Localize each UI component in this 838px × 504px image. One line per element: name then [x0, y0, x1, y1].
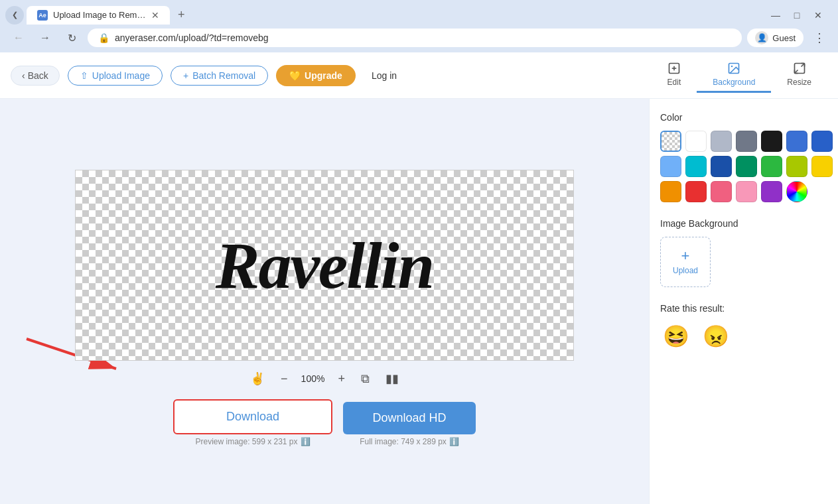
color-lightblue[interactable] [660, 156, 681, 177]
download-area: Download Preview image: 599 x 231 px ℹ️ [173, 399, 332, 446]
image-bg-label: Image Background [660, 218, 827, 229]
color-green[interactable] [761, 156, 782, 177]
color-red[interactable] [685, 181, 707, 202]
color-pink[interactable] [711, 181, 732, 202]
login-button[interactable]: Log in [364, 66, 405, 85]
zoom-in-btn[interactable]: + [335, 369, 348, 389]
batch-label: Batch Removal [192, 70, 255, 81]
profile-label: Guest [772, 33, 796, 43]
forward-nav-btn[interactable]: → [35, 27, 56, 48]
tab-bar: ❮ Ae Upload Image to Remove Bg ✕ + ― □ ✕ [0, 0, 838, 25]
angry-emoji-btn[interactable]: 😠 [700, 320, 732, 352]
download-button[interactable]: Download [173, 399, 332, 434]
tab-close-btn[interactable]: ✕ [151, 10, 159, 21]
upload-label: Upload Image [92, 70, 150, 81]
background-icon [727, 62, 740, 75]
window-controls: ― □ ✕ [766, 6, 833, 25]
batch-removal-button[interactable]: + Batch Removal [171, 66, 268, 86]
edit-icon [667, 62, 681, 75]
color-darkblue[interactable] [711, 156, 732, 177]
app-navbar: ‹ Back ⇧ Upload Image + Batch Removal 💛 … [0, 52, 838, 99]
color-blue[interactable] [786, 131, 807, 152]
color-lime[interactable] [786, 156, 807, 177]
resize-icon [793, 62, 806, 75]
rate-label: Rate this result: [660, 303, 827, 314]
download-label: Download [226, 410, 279, 423]
tab-favicon: Ae [37, 10, 48, 21]
background-label: Background [713, 78, 755, 87]
color-cyan[interactable] [685, 156, 707, 177]
tool-edit[interactable]: Edit [652, 58, 697, 93]
app-container: ‹ Back ⇧ Upload Image + Batch Removal 💛 … [0, 52, 838, 504]
heart-icon: 💛 [289, 70, 301, 81]
color-section: Color [660, 112, 827, 202]
color-rainbow[interactable] [786, 181, 807, 202]
zoom-out-btn[interactable]: − [278, 369, 291, 389]
canvas-toolbar: ✌ − 100% + ⧉ ▮▮ [247, 369, 401, 389]
tool-resize[interactable]: Resize [771, 58, 827, 93]
checkerboard-bg: Ravellin [76, 170, 573, 360]
browser-tab[interactable]: Ae Upload Image to Remove Bg ✕ [27, 6, 170, 25]
upload-bg-plus-icon: + [681, 249, 690, 263]
happy-emoji-btn[interactable]: 😆 [660, 320, 692, 352]
upload-icon: ⇧ [80, 70, 88, 81]
canvas-area: Ravellin ✌ − 100% + ⧉ ▮▮ Download [0, 99, 649, 504]
back-label: Back [28, 70, 48, 81]
svg-point-4 [731, 66, 733, 68]
color-white[interactable] [685, 131, 707, 152]
preview-info: Preview image: 599 x 231 px ℹ️ [195, 437, 310, 446]
login-label: Log in [372, 70, 397, 81]
fit-btn[interactable]: ⧉ [358, 369, 372, 389]
image-bg-section: Image Background + Upload [660, 218, 827, 287]
download-hd-label: Download HD [372, 411, 446, 424]
color-teal[interactable] [736, 156, 757, 177]
browser-window: ❮ Ae Upload Image to Remove Bg ✕ + ― □ ✕… [0, 0, 838, 504]
main-layout: Ravellin ✌ − 100% + ⧉ ▮▮ Download [0, 99, 838, 504]
resize-label: Resize [787, 78, 811, 87]
download-hd-area: Download HD Full image: 749 x 289 px ℹ️ [343, 402, 476, 446]
back-button[interactable]: ‹ Back [11, 66, 60, 86]
minimize-btn[interactable]: ― [766, 6, 785, 25]
download-hd-button[interactable]: Download HD [343, 402, 476, 434]
right-panel: Color [649, 99, 838, 504]
reload-btn[interactable]: ↻ [61, 27, 82, 48]
rate-section: Rate this result: 😆 😠 [660, 303, 827, 352]
split-view-btn[interactable]: ▮▮ [383, 369, 401, 389]
maximize-btn[interactable]: □ [788, 6, 806, 25]
close-btn[interactable]: ✕ [809, 6, 827, 25]
zoom-level: 100% [301, 373, 325, 384]
preview-info-text: Preview image: 599 x 231 px [195, 437, 297, 446]
profile-btn[interactable]: 👤 Guest [747, 29, 803, 47]
color-black[interactable] [761, 131, 782, 152]
color-blue2[interactable] [811, 131, 833, 152]
upgrade-button[interactable]: 💛 Upgrade [276, 65, 356, 86]
emoji-row: 😆 😠 [660, 320, 827, 352]
new-tab-btn[interactable]: + [173, 5, 190, 25]
color-lightgray[interactable] [711, 131, 732, 152]
color-gray[interactable] [736, 131, 757, 152]
color-purple[interactable] [761, 181, 782, 202]
color-label: Color [660, 112, 827, 123]
tool-background[interactable]: Background [697, 58, 771, 93]
full-info-icon[interactable]: ℹ️ [449, 437, 459, 446]
browser-menu-btn[interactable]: ⋮ [809, 27, 830, 48]
info-icon[interactable]: ℹ️ [301, 437, 311, 446]
color-grid [660, 131, 827, 202]
edit-label: Edit [667, 78, 681, 87]
color-lightpink[interactable] [736, 181, 757, 202]
url-text: anyeraser.com/upload/?td=removebg [115, 32, 269, 43]
tab-list-btn[interactable]: ❮ [5, 6, 24, 25]
address-bar: ← → ↻ 🔒 anyeraser.com/upload/?td=removeb… [0, 25, 838, 52]
plus-icon: + [183, 70, 188, 81]
tab-title: Upload Image to Remove Bg [53, 10, 146, 20]
back-nav-btn[interactable]: ← [8, 27, 29, 48]
url-bar[interactable]: 🔒 anyeraser.com/upload/?td=removebg [88, 29, 742, 47]
color-transparent[interactable] [660, 131, 681, 152]
color-yellow[interactable] [811, 156, 833, 177]
color-orange[interactable] [660, 181, 681, 202]
upload-bg-button[interactable]: + Upload [660, 237, 711, 287]
upload-image-button[interactable]: ⇧ Upload Image [68, 66, 163, 86]
upload-bg-text: Upload [673, 266, 698, 275]
image-container: Ravellin [75, 170, 574, 361]
pan-tool-btn[interactable]: ✌ [247, 369, 267, 389]
